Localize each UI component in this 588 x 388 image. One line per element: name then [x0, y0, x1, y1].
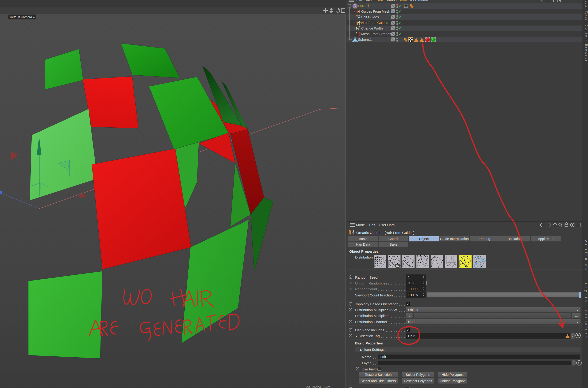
svg-text:uv: uv	[396, 264, 399, 267]
